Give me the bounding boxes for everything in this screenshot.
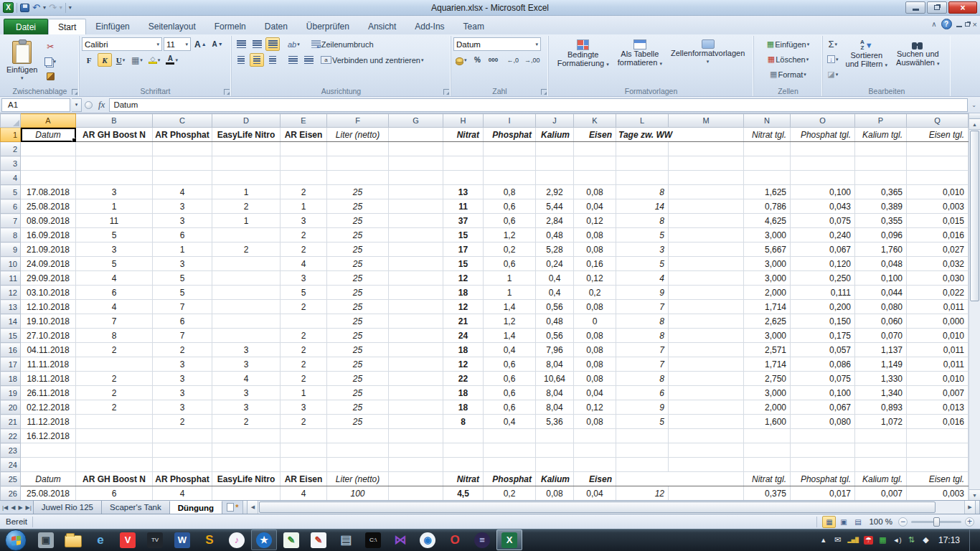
cell-O20[interactable]: 0,067 xyxy=(791,400,855,415)
cell-A25[interactable]: Datum xyxy=(21,472,76,486)
cell-Q11[interactable]: 0,030 xyxy=(907,271,969,286)
cell-L18[interactable]: 8 xyxy=(616,372,669,386)
cell-I1[interactable]: Phosphat xyxy=(484,128,536,142)
cell-P12[interactable]: 0,044 xyxy=(855,286,907,300)
itunes-icon[interactable]: ♪ xyxy=(224,529,250,550)
cell-P1[interactable]: Kalium tgl. xyxy=(855,128,907,142)
cell-G4[interactable] xyxy=(389,171,443,185)
cell-M17[interactable] xyxy=(669,357,744,372)
cell-E3[interactable] xyxy=(281,156,327,171)
decrease-indent-button[interactable] xyxy=(286,53,300,67)
cell-H7[interactable]: 37 xyxy=(443,214,484,228)
cell-K23[interactable] xyxy=(574,443,616,458)
cell-N12[interactable]: 2,000 xyxy=(744,286,791,300)
cell-C17[interactable]: 3 xyxy=(153,357,212,372)
cell-G3[interactable] xyxy=(389,156,443,171)
cell-N4[interactable] xyxy=(744,171,791,185)
row-header-22[interactable]: 22 xyxy=(1,429,21,443)
cell-H5[interactable]: 13 xyxy=(443,185,484,199)
cell-K10[interactable]: 0,16 xyxy=(574,257,616,271)
col-header-C[interactable]: C xyxy=(153,114,212,128)
cell-F11[interactable]: 25 xyxy=(327,271,389,286)
cell-K4[interactable] xyxy=(574,171,616,185)
cell-Q10[interactable]: 0,032 xyxy=(907,257,969,271)
cell-L19[interactable]: 6 xyxy=(616,386,669,400)
cell-C14[interactable]: 6 xyxy=(153,314,212,329)
insert-function-button[interactable]: fx xyxy=(95,99,108,110)
expand-formula-bar-button[interactable]: ⌄ xyxy=(969,98,979,112)
number-format-combo[interactable]: Datum▾ xyxy=(453,37,541,51)
scroll-left-button[interactable]: ◀ xyxy=(248,501,258,514)
cell-J8[interactable]: 0,48 xyxy=(536,228,574,242)
cell-I24[interactable] xyxy=(484,458,536,472)
cell-J3[interactable] xyxy=(536,156,574,171)
cell-F20[interactable]: 25 xyxy=(327,400,389,415)
cell-Q6[interactable]: 0,003 xyxy=(907,199,969,214)
cell-C8[interactable]: 6 xyxy=(153,228,212,242)
copy-button[interactable]: ▾ xyxy=(42,55,58,68)
cell-C2[interactable] xyxy=(153,142,212,156)
cell-Q5[interactable]: 0,010 xyxy=(907,185,969,199)
opera-icon[interactable]: O xyxy=(442,529,468,550)
cell-P9[interactable]: 1,760 xyxy=(855,242,907,257)
col-header-E[interactable]: E xyxy=(281,114,327,128)
cell-L9[interactable]: 3 xyxy=(616,242,669,257)
cell-A24[interactable] xyxy=(21,458,76,472)
cell-K11[interactable]: 0,12 xyxy=(574,271,616,286)
cell-J18[interactable]: 10,64 xyxy=(536,372,574,386)
cell-I21[interactable]: 0,4 xyxy=(484,415,536,429)
cell-H17[interactable]: 12 xyxy=(443,357,484,372)
cell-N6[interactable]: 0,786 xyxy=(744,199,791,214)
cell-E4[interactable] xyxy=(281,171,327,185)
cell-H9[interactable]: 17 xyxy=(443,242,484,257)
last-sheet-button[interactable]: ▶| xyxy=(26,504,32,511)
font-name-dropdown[interactable]: ▾ xyxy=(156,42,159,47)
cell-E19[interactable]: 1 xyxy=(281,386,327,400)
cell-Q2[interactable] xyxy=(907,142,969,156)
cell-Q8[interactable]: 0,016 xyxy=(907,228,969,242)
cell-D22[interactable] xyxy=(212,429,281,443)
shrink-font-button[interactable]: A▼ xyxy=(210,37,225,51)
cell-N5[interactable]: 1,625 xyxy=(744,185,791,199)
cell-N19[interactable]: 3,000 xyxy=(744,386,791,400)
cell-G26[interactable] xyxy=(389,486,443,501)
cell-M13[interactable] xyxy=(669,300,744,314)
cell-D1[interactable]: EasyLife Nitro xyxy=(212,128,281,142)
cell-G9[interactable] xyxy=(389,242,443,257)
col-header-K[interactable]: K xyxy=(574,114,616,128)
cell-Q4[interactable] xyxy=(907,171,969,185)
tab-ueberpruefen[interactable]: Überprüfen xyxy=(297,19,359,34)
dialog-launcher[interactable] xyxy=(72,89,77,95)
cell-C6[interactable]: 3 xyxy=(153,199,212,214)
delete-cells-button[interactable]: ▦Löschen▾ xyxy=(756,52,820,66)
row-header-17[interactable]: 17 xyxy=(1,357,21,372)
cell-G16[interactable] xyxy=(389,343,443,357)
cell-D25[interactable]: EasyLife Nitro xyxy=(212,472,281,486)
cell-M16[interactable] xyxy=(669,343,744,357)
cell-B12[interactable]: 6 xyxy=(76,286,153,300)
cell-A23[interactable] xyxy=(21,443,76,458)
underline-dropdown[interactable]: ▾ xyxy=(123,57,126,63)
cell-Q21[interactable]: 0,016 xyxy=(907,415,969,429)
cell-H2[interactable] xyxy=(443,142,484,156)
explorer-icon[interactable] xyxy=(60,529,86,550)
cell-N20[interactable]: 2,000 xyxy=(744,400,791,415)
cell-K20[interactable]: 0,12 xyxy=(574,400,616,415)
cell-D3[interactable] xyxy=(212,156,281,171)
cell-M1[interactable] xyxy=(669,128,744,142)
cell-D23[interactable] xyxy=(212,443,281,458)
cell-A21[interactable]: 11.12.2018 xyxy=(21,415,76,429)
cell-L24[interactable] xyxy=(616,458,669,472)
cell-B22[interactable] xyxy=(76,429,153,443)
col-header-N[interactable]: N xyxy=(744,114,791,128)
cell-O17[interactable]: 0,086 xyxy=(791,357,855,372)
cell-B18[interactable]: 2 xyxy=(76,372,153,386)
cell-K21[interactable]: 0,08 xyxy=(574,415,616,429)
cell-K12[interactable]: 0,2 xyxy=(574,286,616,300)
cell-C9[interactable]: 1 xyxy=(153,242,212,257)
cell-O14[interactable]: 0,150 xyxy=(791,314,855,329)
cell-G8[interactable] xyxy=(389,228,443,242)
cell-D17[interactable]: 3 xyxy=(212,357,281,372)
font-color-dropdown[interactable]: ▾ xyxy=(175,57,178,63)
sheet-tab-juwel-rio-125[interactable]: Juwel Rio 125 xyxy=(33,501,102,514)
